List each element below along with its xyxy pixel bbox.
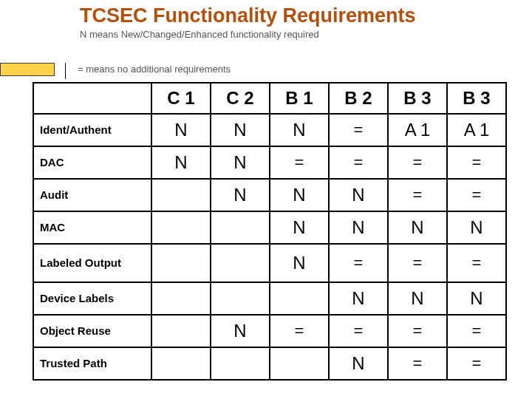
- highlight-chip: [0, 63, 55, 76]
- slide-title: TCSEC Functionality Requirements: [0, 0, 532, 29]
- cell: [151, 315, 211, 347]
- col-b2: B 2: [329, 83, 388, 114]
- table-row: Audit N N N = =: [33, 179, 506, 211]
- cell: N: [151, 146, 211, 179]
- cell: N: [329, 347, 388, 380]
- table-row: Ident/Authent N N N = A 1 A 1: [33, 114, 506, 146]
- cell: [270, 347, 329, 380]
- cell: =: [270, 315, 329, 347]
- table-row: Trusted Path N = =: [33, 347, 506, 380]
- table-row: DAC N N = = = =: [33, 146, 506, 179]
- cell: [270, 282, 329, 315]
- cell: =: [329, 146, 388, 179]
- cell: N: [270, 179, 329, 211]
- cell: =: [329, 315, 388, 347]
- cell: N: [329, 179, 388, 211]
- table-row: Device Labels N N N: [33, 282, 506, 315]
- table-row: Object Reuse N = = = =: [33, 315, 506, 347]
- cell: [151, 211, 211, 244]
- cell: N: [329, 282, 388, 315]
- cell: [151, 244, 211, 282]
- cell: N: [388, 282, 447, 315]
- cell: N: [270, 211, 329, 244]
- cell: [211, 282, 270, 315]
- col-b3: B 3: [388, 83, 447, 114]
- cell: =: [447, 315, 506, 347]
- requirements-table: C 1 C 2 B 1 B 2 B 3 B 3 Ident/Authent N …: [33, 82, 507, 381]
- row-label: MAC: [33, 211, 151, 244]
- legend-eq-row: = means no additional requirements: [0, 61, 532, 78]
- cell: [211, 244, 270, 282]
- cell: [151, 347, 211, 380]
- row-label: Labeled Output: [33, 244, 151, 282]
- cell: =: [447, 179, 506, 211]
- cell: N: [447, 211, 506, 244]
- table-row: Labeled Output N = = =: [33, 244, 506, 282]
- legend-n-text: N means New/Changed/Enhanced functionali…: [0, 29, 532, 41]
- col-c2: C 2: [211, 83, 270, 114]
- row-label: DAC: [33, 146, 151, 179]
- cursor-mark: [65, 63, 66, 79]
- cell: =: [447, 347, 506, 380]
- legend-eq-text: = means no additional requirements: [78, 64, 231, 75]
- cell: N: [211, 146, 270, 179]
- cell: =: [388, 315, 447, 347]
- cell: A 1: [447, 114, 506, 146]
- row-label: Audit: [33, 179, 151, 211]
- cell: N: [151, 114, 211, 146]
- cell: N: [270, 244, 329, 282]
- cell: =: [329, 114, 388, 146]
- cell: [211, 347, 270, 380]
- cell: N: [329, 211, 388, 244]
- cell: =: [447, 244, 506, 282]
- cell: N: [211, 179, 270, 211]
- cell: =: [329, 244, 388, 282]
- col-c1: C 1: [151, 83, 211, 114]
- cell: =: [270, 146, 329, 179]
- cell: N: [211, 315, 270, 347]
- row-label: Object Reuse: [33, 315, 151, 347]
- cell: =: [447, 146, 506, 179]
- row-label: Trusted Path: [33, 347, 151, 380]
- table-row: MAC N N N N: [33, 211, 506, 244]
- table-header: C 1 C 2 B 1 B 2 B 3 B 3: [33, 83, 506, 114]
- cell: N: [270, 114, 329, 146]
- cell: N: [211, 114, 270, 146]
- row-label: Device Labels: [33, 282, 151, 315]
- cell: =: [388, 347, 447, 380]
- header-blank: [33, 83, 151, 114]
- cell: N: [388, 211, 447, 244]
- row-label: Ident/Authent: [33, 114, 151, 146]
- cell: [211, 211, 270, 244]
- cell: =: [388, 146, 447, 179]
- slide: TCSEC Functionality Requirements N means…: [0, 0, 532, 399]
- cell: [151, 179, 211, 211]
- cell: =: [388, 179, 447, 211]
- col-b1: B 1: [270, 83, 329, 114]
- cell: [151, 282, 211, 315]
- cell: A 1: [388, 114, 447, 146]
- col-a1: B 3: [447, 83, 506, 114]
- cell: N: [447, 282, 506, 315]
- cell: =: [388, 244, 447, 282]
